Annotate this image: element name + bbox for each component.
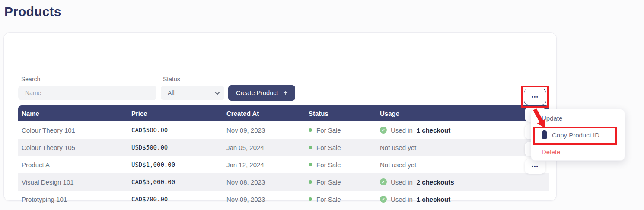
products-panel: Search Status All Create Product + Name …	[3, 32, 557, 201]
cell-product-name: Colour Theory 105	[18, 144, 131, 151]
check-circle-icon: ✓	[380, 127, 387, 134]
cell-created-at: Jan 12, 2024	[226, 161, 309, 169]
cell-created-at: Nov 09, 2023	[226, 127, 309, 134]
usage-text: Not used yet	[380, 144, 416, 151]
cell-price: USD$500.00	[131, 144, 226, 151]
cell-usage: ✓Used in 1 checkout	[380, 127, 549, 134]
column-header-price: Price	[131, 110, 226, 117]
status-dot-icon	[309, 163, 312, 166]
table-row[interactable]: Colour Theory 105 USD$500.00 Jan 05, 202…	[18, 139, 549, 156]
column-header-status: Status	[309, 110, 380, 117]
cell-status: For Sale	[309, 196, 380, 203]
cell-usage: ✓Used in 1 checkout	[380, 196, 549, 203]
status-text: For Sale	[316, 161, 341, 169]
cell-product-name: Prototyping 101	[18, 196, 131, 203]
usage-text: Not used yet	[380, 161, 416, 169]
table-row[interactable]: Visual Design 101 CAD$5,000.00 Nov 08, 2…	[18, 173, 549, 191]
ellipsis-icon: •••	[532, 95, 539, 99]
products-table: Name Price Created At Status Usage Colou…	[18, 105, 549, 208]
cell-price: CAD$5,000.00	[131, 178, 226, 185]
usage-count: 1 checkout	[417, 127, 450, 134]
table-body: Colour Theory 101 CAD$500.00 Nov 09, 202…	[18, 121, 549, 208]
status-dot-icon	[309, 180, 312, 184]
usage-text: Used in	[391, 127, 413, 134]
status-text: For Sale	[316, 144, 341, 151]
cell-usage: ✓Used in 2 checkouts	[380, 178, 549, 186]
usage-text: Used in	[391, 178, 413, 186]
menu-item-update[interactable]: Update	[531, 110, 625, 127]
menu-item-copy-product-id[interactable]: Copy Product ID	[531, 127, 625, 143]
status-select-value: All	[168, 89, 175, 96]
menu-item-delete[interactable]: Delete	[531, 143, 625, 160]
cell-price: CAD$500.00	[131, 127, 226, 134]
status-dot-icon	[309, 128, 312, 132]
usage-text: Used in	[391, 196, 413, 203]
plus-icon: +	[284, 89, 288, 97]
cell-product-name: Product A	[18, 161, 131, 169]
column-header-usage: Usage	[380, 110, 549, 117]
table-row[interactable]: Prototyping 101 CAD$700.00 Nov 09, 2023 …	[18, 191, 549, 208]
usage-count: 2 checkouts	[417, 178, 454, 186]
status-label: Status	[163, 76, 180, 83]
cell-product-name: Visual Design 101	[18, 178, 131, 186]
menu-item-copy-label: Copy Product ID	[552, 131, 599, 139]
status-text: For Sale	[316, 127, 341, 134]
cell-usage: Not used yet	[380, 161, 549, 169]
search-label: Search	[21, 76, 40, 83]
create-product-label: Create Product	[236, 89, 278, 96]
row-actions-button[interactable]: •••	[524, 89, 546, 105]
table-row[interactable]: Product A USD$1,000.00 Jan 12, 2024 For …	[18, 156, 549, 173]
cell-status: For Sale	[309, 127, 380, 134]
cell-created-at: Nov 08, 2023	[226, 178, 309, 186]
cell-status: For Sale	[309, 161, 380, 169]
status-text: For Sale	[316, 196, 341, 203]
cell-status: For Sale	[309, 144, 380, 151]
search-input[interactable]	[18, 86, 156, 100]
status-dot-icon	[309, 197, 312, 201]
table-row[interactable]: Colour Theory 101 CAD$500.00 Nov 09, 202…	[18, 121, 549, 139]
cell-status: For Sale	[309, 178, 380, 186]
status-select[interactable]: All	[161, 86, 224, 100]
cell-price: USD$1,000.00	[131, 161, 226, 168]
status-text: For Sale	[316, 178, 341, 186]
column-header-created-at: Created At	[226, 110, 309, 117]
menu-item-update-label: Update	[542, 115, 562, 122]
row-actions-button[interactable]: •••	[525, 159, 545, 174]
page-title: Products	[4, 4, 61, 19]
clipboard-icon	[542, 131, 547, 139]
row-context-menu: Update Copy Product ID Delete	[531, 109, 625, 161]
column-header-name: Name	[18, 110, 131, 117]
chevron-down-icon	[214, 89, 220, 95]
cell-price: CAD$700.00	[131, 196, 226, 203]
usage-count: 1 checkout	[417, 196, 450, 203]
ellipsis-icon: •••	[532, 164, 539, 169]
create-product-button[interactable]: Create Product +	[228, 85, 295, 101]
cell-created-at: Nov 09, 2023	[226, 196, 309, 203]
check-circle-icon: ✓	[380, 178, 387, 185]
table-header: Name Price Created At Status Usage	[18, 105, 549, 121]
status-dot-icon	[309, 146, 312, 149]
cell-created-at: Jan 05, 2024	[226, 144, 309, 151]
check-circle-icon: ✓	[380, 196, 387, 203]
menu-item-delete-label: Delete	[542, 148, 560, 156]
cell-product-name: Colour Theory 101	[18, 127, 131, 134]
cell-usage: Not used yet	[380, 144, 549, 151]
